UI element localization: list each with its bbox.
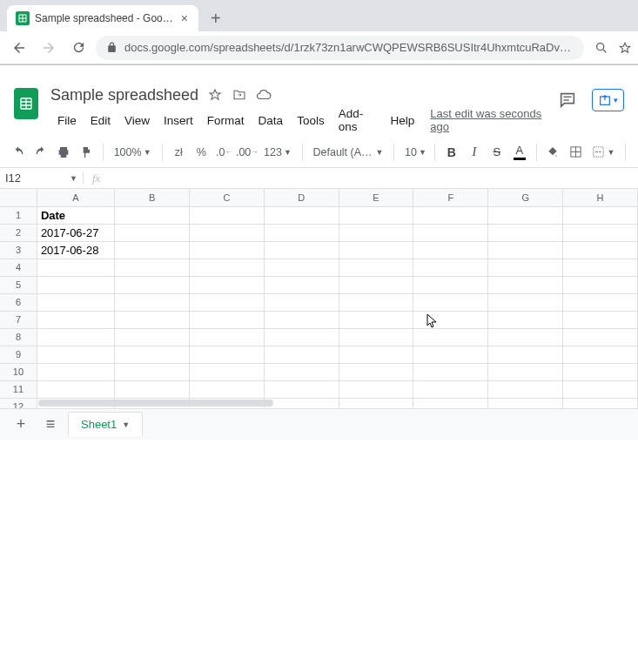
column-header[interactable]: F bbox=[413, 189, 488, 206]
horizontal-scrollbar[interactable] bbox=[38, 400, 638, 408]
decrease-decimal-button[interactable]: .0← bbox=[214, 142, 233, 163]
cell-B2[interactable] bbox=[115, 224, 190, 241]
cell-G6[interactable] bbox=[488, 293, 563, 311]
cell-E2[interactable] bbox=[339, 224, 413, 241]
last-edit-link[interactable]: Last edit was seconds ago bbox=[430, 107, 547, 133]
cell-A5[interactable] bbox=[37, 276, 114, 293]
currency-button[interactable]: zł bbox=[169, 142, 188, 163]
move-folder-icon[interactable] bbox=[232, 87, 247, 103]
number-format-dropdown[interactable]: 123▼ bbox=[260, 146, 295, 158]
cell-H4[interactable] bbox=[563, 259, 638, 276]
cell-D1[interactable] bbox=[264, 206, 339, 224]
star-outline-icon[interactable] bbox=[207, 87, 223, 103]
close-icon[interactable]: × bbox=[179, 11, 190, 25]
cell-G2[interactable] bbox=[488, 224, 563, 241]
borders-button[interactable] bbox=[566, 142, 585, 163]
cell-H7[interactable] bbox=[563, 311, 638, 328]
cell-H9[interactable] bbox=[563, 346, 638, 363]
cell-H2[interactable] bbox=[563, 224, 638, 241]
menu-file[interactable]: File bbox=[50, 112, 84, 129]
url-field[interactable]: docs.google.com/spreadsheets/d/1rzk73zn1… bbox=[96, 36, 584, 60]
cell-H5[interactable] bbox=[563, 276, 638, 293]
formula-input[interactable] bbox=[109, 168, 638, 188]
cell-B1[interactable] bbox=[115, 206, 190, 224]
cell-B9[interactable] bbox=[115, 346, 190, 363]
paint-format-button[interactable] bbox=[77, 142, 96, 163]
document-title[interactable]: Sample spreadsheed bbox=[50, 86, 198, 104]
cell-A10[interactable] bbox=[37, 363, 114, 380]
bold-button[interactable]: B bbox=[442, 142, 461, 163]
row-header[interactable]: 7 bbox=[0, 311, 37, 328]
cell-F4[interactable] bbox=[413, 259, 488, 276]
select-all-corner[interactable] bbox=[0, 189, 37, 206]
cell-A7[interactable] bbox=[37, 311, 114, 328]
cell-E8[interactable] bbox=[339, 328, 413, 346]
cell-F8[interactable] bbox=[413, 328, 488, 346]
cell-E9[interactable] bbox=[339, 346, 413, 363]
cell-H1[interactable] bbox=[563, 206, 638, 224]
row-header[interactable]: 5 bbox=[0, 276, 37, 293]
font-dropdown[interactable]: Default (Ari...▼ bbox=[309, 146, 386, 158]
text-color-button[interactable]: A bbox=[510, 142, 529, 163]
cell-B10[interactable] bbox=[115, 363, 190, 380]
cell-G9[interactable] bbox=[488, 346, 563, 363]
sheets-logo[interactable] bbox=[10, 84, 42, 123]
cell-G11[interactable] bbox=[488, 380, 563, 398]
cell-G3[interactable] bbox=[488, 241, 563, 259]
strikethrough-button[interactable]: S bbox=[487, 142, 507, 163]
cell-E1[interactable] bbox=[339, 206, 413, 224]
cell-C4[interactable] bbox=[189, 259, 264, 276]
column-header[interactable]: G bbox=[488, 189, 563, 206]
column-header[interactable]: E bbox=[339, 189, 413, 206]
cell-G4[interactable] bbox=[488, 259, 563, 276]
menu-edit[interactable]: Edit bbox=[84, 112, 118, 129]
row-header[interactable]: 2 bbox=[0, 224, 37, 241]
reload-button[interactable] bbox=[66, 36, 91, 60]
percent-button[interactable]: % bbox=[191, 142, 211, 163]
cell-F6[interactable] bbox=[413, 293, 488, 311]
menu-data[interactable]: Data bbox=[252, 112, 291, 129]
cell-H3[interactable] bbox=[563, 241, 638, 259]
cell-A1[interactable]: Date bbox=[37, 206, 114, 224]
back-button[interactable] bbox=[7, 36, 31, 60]
cell-F11[interactable] bbox=[413, 380, 488, 398]
cell-D7[interactable] bbox=[264, 311, 339, 328]
cell-D10[interactable] bbox=[264, 363, 339, 380]
cell-E6[interactable] bbox=[339, 293, 413, 311]
column-header[interactable]: A bbox=[37, 189, 114, 206]
cell-D8[interactable] bbox=[264, 328, 339, 346]
cell-E4[interactable] bbox=[339, 259, 413, 276]
row-header[interactable]: 10 bbox=[0, 363, 37, 380]
cloud-status-icon[interactable] bbox=[256, 87, 272, 103]
merge-cells-button[interactable]: ▼ bbox=[588, 145, 618, 158]
sheet-tab[interactable]: Sheet1 ▼ bbox=[68, 412, 143, 436]
spreadsheet-grid[interactable]: ABCDEFGH1Date22017-06-2732017-06-2845678… bbox=[0, 189, 638, 408]
redo-button[interactable] bbox=[31, 142, 50, 163]
cell-D2[interactable] bbox=[264, 224, 339, 241]
cell-A8[interactable] bbox=[37, 328, 114, 346]
fill-color-button[interactable] bbox=[543, 142, 562, 163]
search-zoom-icon[interactable] bbox=[589, 36, 614, 60]
cell-D9[interactable] bbox=[264, 346, 339, 363]
row-header[interactable]: 11 bbox=[0, 380, 37, 398]
italic-button[interactable]: I bbox=[465, 142, 484, 163]
cell-H8[interactable] bbox=[563, 328, 638, 346]
cell-A4[interactable] bbox=[37, 259, 114, 276]
cell-A3[interactable]: 2017-06-28 bbox=[37, 241, 114, 259]
increase-decimal-button[interactable]: .00→ bbox=[237, 142, 257, 163]
add-sheet-button[interactable]: + bbox=[9, 413, 33, 437]
column-header[interactable]: D bbox=[264, 189, 339, 206]
row-header[interactable]: 9 bbox=[0, 346, 37, 363]
share-button[interactable]: ▾ bbox=[592, 89, 624, 111]
cell-A11[interactable] bbox=[37, 380, 114, 398]
cell-H11[interactable] bbox=[563, 380, 638, 398]
cell-C5[interactable] bbox=[189, 276, 264, 293]
cell-C3[interactable] bbox=[189, 241, 264, 259]
menu-addons[interactable]: Add-ons bbox=[332, 105, 384, 135]
row-header[interactable]: 6 bbox=[0, 293, 37, 311]
cell-F9[interactable] bbox=[413, 346, 488, 363]
cell-C1[interactable] bbox=[189, 206, 264, 224]
cell-E7[interactable] bbox=[339, 311, 413, 328]
cell-E11[interactable] bbox=[339, 380, 413, 398]
star-icon[interactable] bbox=[619, 36, 631, 60]
